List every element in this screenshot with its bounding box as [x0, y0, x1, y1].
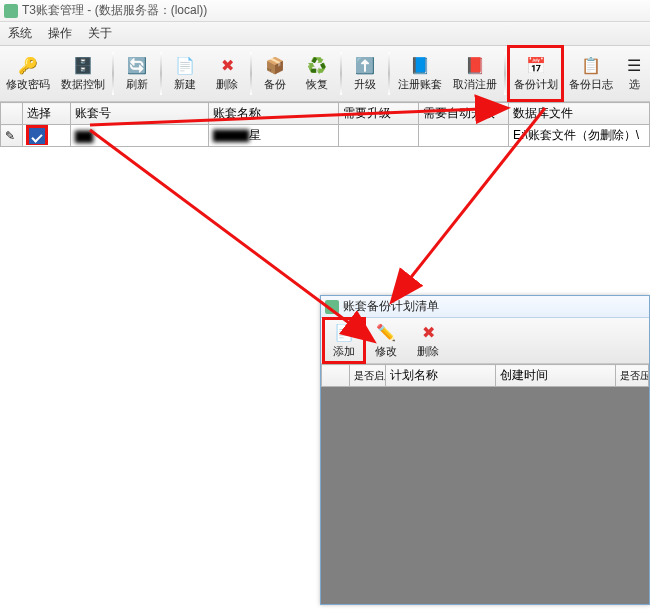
new-icon: 📄: [175, 55, 195, 75]
log-icon: 📋: [581, 55, 601, 75]
more-button[interactable]: ☰ 选: [618, 46, 650, 101]
restore-label: 恢复: [306, 77, 328, 92]
edit-button[interactable]: ✏️ 修改: [365, 318, 407, 363]
toolbar-separator: [340, 52, 342, 95]
refresh-icon: 🔄: [127, 55, 147, 75]
register-button[interactable]: 📘 注册账套: [392, 46, 447, 101]
col-name[interactable]: 账套名称: [209, 103, 339, 125]
menubar: 系统 操作 关于: [0, 22, 650, 46]
account-grid: 选择 账套号 账套名称 需要升级 需要自动升级 数据库文件 ✎ ▇▇ ▇▇▇▇星…: [0, 102, 650, 147]
toolbar-separator: [250, 52, 252, 95]
table-row[interactable]: ✎ ▇▇ ▇▇▇▇星 E:\账套文件（勿删除）\: [1, 125, 650, 147]
cell-file: E:\账套文件（勿删除）\: [509, 125, 650, 147]
row-header-blank: [322, 365, 350, 387]
toolbar: 🔑 修改密码 🗄️ 数据控制 🔄 刷新 📄 新建 ✖ 删除 📦 备份 ♻️ 恢复…: [0, 46, 650, 102]
col-enable[interactable]: 是否启用: [350, 365, 386, 387]
child-toolbar: 📄 添加 ✏️ 修改 ✖ 删除: [321, 318, 649, 364]
row-indicator-icon: ✎: [1, 125, 23, 147]
changepwd-label: 修改密码: [6, 77, 50, 92]
cell-name: ▇▇▇▇星: [209, 125, 339, 147]
upgrade-icon: ⬆️: [355, 55, 375, 75]
upgrade-button[interactable]: ⬆️ 升级: [344, 46, 386, 101]
backup-button[interactable]: 📦 备份: [254, 46, 296, 101]
col-auto[interactable]: 需要自动升级: [419, 103, 509, 125]
new-label: 新建: [174, 77, 196, 92]
backup-log-label: 备份日志: [569, 77, 613, 92]
menu-about[interactable]: 关于: [88, 25, 112, 42]
child-title: 账套备份计划清单: [343, 298, 439, 315]
delete-label: 删除: [216, 77, 238, 92]
edit-label: 修改: [375, 344, 397, 359]
unregister-button[interactable]: 📕 取消注册: [447, 46, 502, 101]
delete-button[interactable]: ✖ 删除: [206, 46, 248, 101]
col-number[interactable]: 账套号: [71, 103, 209, 125]
backup-plan-button[interactable]: 📅 备份计划: [508, 46, 563, 101]
refresh-button[interactable]: 🔄 刷新: [116, 46, 158, 101]
col-select[interactable]: 选择: [23, 103, 71, 125]
col-planname[interactable]: 计划名称: [386, 365, 496, 387]
add-icon: 📄: [334, 322, 354, 342]
datactrl-button[interactable]: 🗄️ 数据控制: [55, 46, 110, 101]
restore-button[interactable]: ♻️ 恢复: [296, 46, 338, 101]
toolbar-separator: [160, 52, 162, 95]
delete-icon: ✖: [418, 322, 438, 342]
delete-icon: ✖: [217, 55, 237, 75]
toolbar-separator: [388, 52, 390, 95]
select-checkbox[interactable]: [29, 128, 45, 144]
edit-icon: ✏️: [376, 322, 396, 342]
cell-need: [339, 125, 419, 147]
more-icon: ☰: [624, 55, 644, 75]
toolbar-separator: [112, 52, 114, 95]
row-header-blank: [1, 103, 23, 125]
backup-label: 备份: [264, 77, 286, 92]
app-icon: [325, 300, 339, 314]
delete-label: 删除: [417, 344, 439, 359]
col-need[interactable]: 需要升级: [339, 103, 419, 125]
app-icon: [4, 4, 18, 18]
backup-log-button[interactable]: 📋 备份日志: [563, 46, 618, 101]
refresh-label: 刷新: [126, 77, 148, 92]
child-titlebar: 账套备份计划清单: [321, 296, 649, 318]
changepwd-button[interactable]: 🔑 修改密码: [0, 46, 55, 101]
main-titlebar: T3账套管理 - (数据服务器：(local)): [0, 0, 650, 22]
upgrade-label: 升级: [354, 77, 376, 92]
col-compress[interactable]: 是否压缩备: [616, 365, 649, 387]
cell-number: ▇▇: [71, 125, 209, 147]
backup-icon: 📦: [265, 55, 285, 75]
datactrl-label: 数据控制: [61, 77, 105, 92]
restore-icon: ♻️: [307, 55, 327, 75]
add-button[interactable]: 📄 添加: [323, 318, 365, 363]
calendar-icon: 📅: [526, 55, 546, 75]
col-file[interactable]: 数据库文件: [509, 103, 650, 125]
child-body: 是否启用 计划名称 创建时间 是否压缩备: [321, 364, 649, 604]
menu-system[interactable]: 系统: [8, 25, 32, 42]
cell-auto: [419, 125, 509, 147]
register-label: 注册账套: [398, 77, 442, 92]
unregister-label: 取消注册: [453, 77, 497, 92]
database-icon: 🗄️: [73, 55, 93, 75]
backup-plan-window: 账套备份计划清单 📄 添加 ✏️ 修改 ✖ 删除 是否启用 计划名称 创建时间 …: [320, 295, 650, 605]
menu-ops[interactable]: 操作: [48, 25, 72, 42]
new-button[interactable]: 📄 新建: [164, 46, 206, 101]
add-label: 添加: [333, 344, 355, 359]
key-icon: 🔑: [18, 55, 38, 75]
backup-plan-label: 备份计划: [514, 77, 558, 92]
empty-grid-area: [321, 387, 649, 604]
register-icon: 📘: [410, 55, 430, 75]
unregister-icon: 📕: [465, 55, 485, 75]
more-label: 选: [629, 77, 640, 92]
window-title: T3账套管理 - (数据服务器：(local)): [22, 2, 207, 19]
col-ctime[interactable]: 创建时间: [496, 365, 616, 387]
toolbar-separator: [504, 52, 506, 95]
delete-button[interactable]: ✖ 删除: [407, 318, 449, 363]
